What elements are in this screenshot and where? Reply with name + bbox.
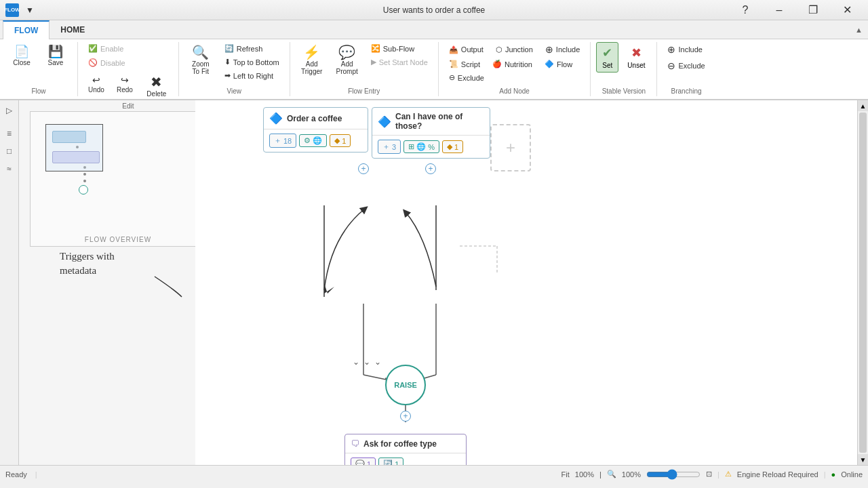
left-to-right-button[interactable]: ➡ Left to Right (220, 69, 284, 82)
set-icon: ✔ (602, 45, 612, 60)
set-start-icon: ▶ (371, 58, 376, 66)
minimize-button[interactable]: – (764, 0, 795, 20)
nutrition-button[interactable]: 🍎 Nutrition (488, 58, 537, 70)
ask-coffee-icon: 🗨 (351, 439, 359, 449)
ribbon-collapse-button[interactable]: ▲ (850, 20, 868, 39)
ribbon-group-flow-entry: ⚡ AddTrigger 💬 AddPrompt 🔀 Sub-Flow ▶ Se… (290, 42, 439, 96)
connector-order-below[interactable]: + (358, 163, 369, 174)
set-start-node-button[interactable]: ▶ Set Start Node (366, 56, 433, 68)
zoom-percent-2: 100% (622, 470, 641, 479)
scroll-up-button[interactable]: ▲ (858, 100, 868, 111)
separator-icon: | (599, 470, 601, 479)
order-badge-18[interactable]: ＋ 18 (269, 134, 296, 148)
statusbar-right: Fit 100% | 🔍 100% ⊡ | ⚠ Engine Reload Re… (561, 469, 863, 480)
cih-badge-3[interactable]: ＋ 3 (378, 140, 401, 154)
sidebar-btn-2[interactable]: ≡ (2, 126, 17, 141)
cih-badge-1[interactable]: ◆ 1 (442, 140, 463, 153)
close-button[interactable]: ✕ (831, 0, 863, 20)
script-button[interactable]: 📜 Script (444, 58, 485, 70)
tab-home[interactable]: HOME (50, 20, 96, 39)
connector-cih-below[interactable]: + (425, 163, 436, 174)
order-badge-1[interactable]: ◆ 1 (330, 134, 351, 147)
add-trigger-button[interactable]: ⚡ AddTrigger (296, 42, 328, 79)
delete-button[interactable]: ✖ Delete (140, 72, 173, 101)
order-coffee-node[interactable]: 🔷 Order a coffee ＋ 18 ⚙ 🌐 ◆ 1 (263, 107, 368, 152)
top-to-bottom-button[interactable]: ⬇ Top to Bottom (220, 56, 284, 68)
ask-badge-refresh[interactable]: 🔄 1 (378, 458, 403, 465)
scroll-thumb[interactable] (859, 113, 867, 453)
engine-status: Engine Reload Required (737, 470, 818, 479)
sidebar-btn-4[interactable]: ≈ (2, 161, 17, 176)
overview-label: FLOW OVERVIEW (31, 236, 205, 243)
ribbon-group-view: 🔍 ZoomTo Fit 🔄 Refresh ⬇ Top to Bottom ➡… (179, 42, 290, 96)
unset-button[interactable]: ✖ Unset (621, 42, 651, 73)
ask-coffee-node[interactable]: 🗨 Ask for coffee type 💬 1 🔄 1 (344, 434, 467, 465)
scroll-down-button[interactable]: ▼ (858, 454, 868, 465)
script-icon: 📜 (449, 60, 458, 68)
speech-icon: 💬 (355, 460, 365, 465)
refresh-button[interactable]: 🔄 Refresh (220, 42, 284, 55)
globe-icon: 🌐 (313, 136, 322, 145)
online-status: Online (841, 470, 863, 479)
nutrition-icon: 🍎 (492, 60, 502, 68)
restore-button[interactable]: ❐ (797, 0, 829, 20)
statusbar: Ready | Fit 100% | 🔍 100% ⊡ | ⚠ Engine R… (0, 465, 868, 483)
output-button[interactable]: 📤 Output (444, 42, 488, 57)
sub-flow-icon: 🔀 (371, 44, 380, 53)
order-badge-settings[interactable]: ⚙ 🌐 (299, 134, 327, 147)
close-button-ribbon[interactable]: 📄 Close (5, 42, 38, 70)
disable-icon: 🚫 (88, 58, 98, 67)
disable-button[interactable]: 🚫 Disable (83, 56, 130, 69)
include-branch-button[interactable]: ⊕ Include (663, 42, 707, 57)
sidebar-btn-3[interactable]: □ (2, 144, 17, 159)
set-button[interactable]: ✔ Set (596, 42, 618, 73)
tab-flow[interactable]: FLOW (3, 20, 50, 39)
delete-icon: ✖ (151, 75, 162, 89)
add-prompt-icon: 💬 (338, 45, 355, 59)
cih-badge-icons[interactable]: ⊞ 🌐 % (403, 140, 439, 153)
help-button[interactable]: ? (730, 0, 761, 20)
sub-flow-button[interactable]: 🔀 Sub-Flow (366, 42, 433, 55)
sidebar-btn-1[interactable]: ▷ (2, 103, 17, 118)
diamond-icon-2: ◆ (447, 142, 452, 151)
ribbon-group-stable: ✔ Set ✖ Unset Stable Version (591, 42, 657, 96)
junction-button[interactable]: ⬡ Junction (491, 42, 538, 57)
include-icon: ⊕ (545, 44, 553, 55)
zoom-to-fit-button[interactable]: 🔍 ZoomTo Fit (184, 42, 217, 79)
can-i-have-node[interactable]: 🔷 Can I have one of those? ＋ 3 ⊞ 🌐 % ◆ 1 (372, 107, 490, 159)
add-prompt-button[interactable]: 💬 AddPrompt (331, 42, 363, 79)
add-node-placeholder[interactable]: + (490, 124, 531, 171)
include-button[interactable]: ⊕ Include (540, 42, 585, 57)
can-i-have-title: Can I have one of those? (395, 112, 484, 131)
enable-button[interactable]: ✅ Enable (83, 42, 128, 55)
unset-icon: ✖ (631, 45, 642, 60)
order-coffee-badges: ＋ 18 ⚙ 🌐 ◆ 1 (264, 129, 368, 152)
close-icon: 📄 (14, 45, 29, 58)
include-branch-icon: ⊕ (667, 44, 675, 55)
redo-button[interactable]: ↪ Redo (112, 72, 138, 101)
exclude-icon: ⊖ (449, 73, 455, 82)
warning-icon: ⚠ (725, 470, 732, 479)
order-coffee-icon: 🔷 (269, 112, 283, 125)
flow-canvas[interactable]: ⌄ ⌄ ⌄ 🔷 Order a coffee ＋ 18 ⚙ (195, 100, 857, 465)
save-button[interactable]: 💾 Save (39, 42, 72, 70)
can-i-have-badges: ＋ 3 ⊞ 🌐 % ◆ 1 (372, 136, 490, 158)
undo-button[interactable]: ↩ Undo (83, 72, 109, 101)
quick-access-dropdown[interactable]: ▼ (23, 4, 37, 16)
ribbon: 📄 Close 💾 Save Flow ✅ Enable 🚫 Disable (0, 39, 868, 100)
exclude-branch-button[interactable]: ⊖ Exclude (663, 58, 709, 73)
flow-node-button[interactable]: 🔷 Flow (540, 58, 577, 70)
flow-entry-group-label: Flow Entry (348, 86, 380, 96)
raise-node[interactable]: RAISE (385, 365, 426, 405)
flow-node-icon: 🔷 (545, 60, 554, 68)
view-group-label: View (227, 86, 242, 96)
svg-text:⌄: ⌄ (374, 357, 381, 367)
grid-icon: ⊞ (408, 142, 414, 151)
zoom-slider[interactable] (646, 469, 701, 480)
overview-inner: FLOW OVERVIEW (31, 112, 205, 246)
exclude-button[interactable]: ⊖ Exclude (444, 71, 489, 84)
ask-badge-speech[interactable]: 💬 1 (351, 458, 376, 465)
connector-raise-below[interactable]: + (400, 411, 411, 422)
fit-label: Fit (561, 470, 570, 479)
junction-icon: ⬡ (496, 45, 502, 54)
